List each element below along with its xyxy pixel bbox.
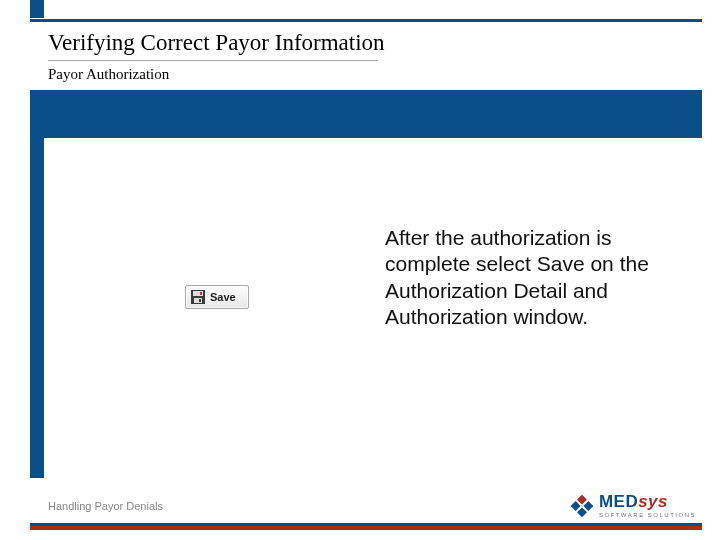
- brand-logo: MEDsys SOFTWARE SOLUTIONS: [571, 493, 696, 518]
- save-button[interactable]: Save: [185, 285, 249, 309]
- footer-label: Handling Payor Denials: [48, 500, 163, 512]
- footer-rule-red: [30, 526, 702, 530]
- brand-text: MEDsys SOFTWARE SOLUTIONS: [599, 493, 696, 518]
- diamond-cluster-icon: [571, 495, 593, 517]
- accent-top-rule: [30, 19, 702, 22]
- slide-title: Verifying Correct Payor Information: [48, 30, 385, 56]
- header-band: [30, 90, 702, 138]
- brand-part1: MED: [599, 492, 638, 511]
- svg-rect-8: [577, 507, 587, 517]
- save-button-label: Save: [210, 291, 236, 303]
- left-rail: [30, 90, 44, 478]
- svg-rect-5: [577, 495, 587, 505]
- slide: Verifying Correct Payor Information Payo…: [0, 0, 720, 540]
- svg-rect-6: [583, 501, 593, 511]
- accent-top-block: [30, 0, 44, 18]
- floppy-disk-icon: [191, 290, 205, 304]
- svg-rect-4: [200, 292, 202, 295]
- body-text: After the authorization is complete sele…: [385, 225, 685, 330]
- title-underline: [48, 60, 378, 61]
- brand-part2: sys: [638, 492, 668, 511]
- slide-subtitle: Payor Authorization: [48, 66, 169, 83]
- svg-rect-7: [571, 501, 581, 511]
- svg-rect-3: [199, 299, 201, 302]
- brand-tagline: SOFTWARE SOLUTIONS: [599, 512, 696, 518]
